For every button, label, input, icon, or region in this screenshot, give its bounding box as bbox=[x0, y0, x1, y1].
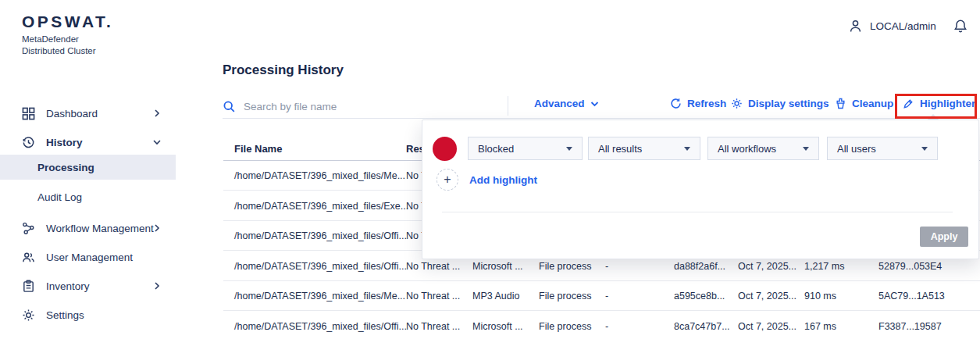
cell-file-name: /home/DATASET/396_mixed_files/Offi... bbox=[234, 261, 407, 272]
caret-down-icon bbox=[803, 147, 809, 151]
table-row[interactable]: /home/DATASET/396_mixed_files/Me... No T… bbox=[0, 281, 980, 311]
refresh-icon bbox=[670, 98, 682, 109]
cell-duration: 1,217 ms bbox=[804, 261, 844, 272]
highlighter-label: Highlighter bbox=[920, 98, 975, 109]
user-icon bbox=[848, 19, 863, 34]
search-icon bbox=[223, 100, 236, 113]
add-highlight-label: Add highlight bbox=[469, 174, 537, 186]
cell-hash: a595ce8b... bbox=[674, 291, 725, 302]
cell-date: Oct 7, 2025... bbox=[738, 321, 796, 332]
display-settings-label: Display settings bbox=[748, 98, 829, 109]
selected-value: All workflows bbox=[718, 143, 776, 155]
refresh-label: Refresh bbox=[687, 98, 726, 109]
cell-file-type: MP3 Audio bbox=[472, 291, 519, 302]
sidebar-label: Dashboard bbox=[46, 108, 98, 120]
product-name: MetaDefender bbox=[22, 34, 113, 45]
cell-result: No Threat ... bbox=[406, 321, 460, 332]
cell-file-name: /home/DATASET/396_mixed_files/Me... bbox=[234, 291, 405, 302]
cell-empty: - bbox=[605, 291, 608, 302]
selected-value: All users bbox=[837, 143, 876, 155]
advanced-label: Advanced bbox=[534, 98, 585, 109]
cell-file-name: /home/DATASET/396_mixed_files/Exe... bbox=[234, 201, 408, 212]
cell-workflow: File process bbox=[539, 291, 591, 302]
popup-divider bbox=[442, 212, 953, 212]
notifications-bell-icon[interactable] bbox=[953, 19, 968, 34]
cell-date: Oct 7, 2025... bbox=[738, 261, 796, 272]
app-root: OPSWAT. MetaDefender Distributed Cluster… bbox=[0, 0, 980, 339]
gear-icon bbox=[731, 98, 743, 109]
highlighter-popup: Blocked All results All workflows All us… bbox=[422, 120, 979, 259]
cell-data-id: 52879...053E4 bbox=[878, 261, 942, 272]
advanced-dropdown-toggle[interactable]: Advanced bbox=[534, 98, 599, 109]
selected-value: All results bbox=[598, 143, 642, 155]
chevron-down-icon bbox=[590, 101, 599, 107]
selected-value: Blocked bbox=[478, 143, 514, 155]
popup-arrow bbox=[927, 114, 939, 120]
cell-workflow: File process bbox=[539, 261, 591, 272]
cleanup-button[interactable]: Cleanup bbox=[835, 98, 893, 109]
cell-file-name: /home/DATASET/396_mixed_files/Offi... bbox=[234, 321, 407, 332]
cell-duration: 167 ms bbox=[804, 321, 836, 332]
username-label: LOCAL/admin bbox=[870, 20, 936, 32]
column-header-file-name[interactable]: File Name bbox=[234, 143, 282, 155]
cell-result: No Threat ... bbox=[406, 261, 460, 272]
search-container bbox=[223, 95, 496, 117]
refresh-button[interactable]: Refresh bbox=[670, 98, 726, 109]
highlighter-button[interactable]: Highlighter bbox=[903, 98, 975, 109]
cell-date: Oct 7, 2025... bbox=[738, 291, 796, 302]
product-subname: Distributed Cluster bbox=[22, 45, 113, 57]
chevron-right-icon bbox=[153, 109, 161, 117]
display-settings-button[interactable]: Display settings bbox=[731, 98, 829, 109]
cell-empty: - bbox=[605, 261, 608, 272]
caret-down-icon bbox=[566, 147, 572, 151]
cell-file-type: Microsoft ... bbox=[472, 321, 523, 332]
apply-button[interactable]: Apply bbox=[920, 227, 968, 247]
highlight-action-select[interactable]: Blocked bbox=[468, 137, 583, 160]
caret-down-icon bbox=[684, 147, 690, 151]
results-filter-select[interactable]: All results bbox=[588, 137, 700, 160]
workflows-filter-select[interactable]: All workflows bbox=[707, 137, 819, 160]
cell-file-name: /home/DATASET/396_mixed_files/Me... bbox=[234, 170, 405, 181]
table-row[interactable]: /home/DATASET/396_mixed_files/Offi... No… bbox=[0, 312, 980, 339]
page-title: Processing History bbox=[223, 62, 344, 78]
cell-hash: da88f2a6f... bbox=[674, 261, 725, 272]
logo-wordmark: OPSWAT. bbox=[22, 12, 113, 31]
caret-down-icon bbox=[921, 147, 928, 151]
cell-data-id: F3387...19587 bbox=[878, 321, 942, 332]
cleanup-label: Cleanup bbox=[852, 98, 893, 109]
highlight-color-swatch[interactable] bbox=[433, 137, 457, 161]
cell-result: No Threat ... bbox=[406, 291, 460, 302]
users-filter-select[interactable]: All users bbox=[827, 137, 938, 160]
cell-empty: - bbox=[605, 321, 608, 332]
sidebar-item-dashboard[interactable]: Dashboard bbox=[0, 101, 176, 126]
cleanup-broom-icon bbox=[835, 98, 846, 109]
cell-workflow: File process bbox=[539, 321, 591, 332]
cell-hash: 8ca7c47b7... bbox=[674, 321, 730, 332]
toolbar-divider bbox=[223, 118, 980, 119]
dashboard-icon bbox=[22, 106, 36, 120]
user-menu[interactable]: LOCAL/admin bbox=[848, 19, 936, 34]
add-highlight-button[interactable]: + Add highlight bbox=[437, 169, 537, 191]
cell-file-name: /home/DATASET/396_mixed_files/Offi... bbox=[234, 230, 407, 241]
cell-file-type: Microsoft ... bbox=[472, 261, 523, 272]
cell-duration: 910 ms bbox=[804, 291, 836, 302]
cell-data-id: 5AC79...1A513 bbox=[878, 291, 945, 302]
toolbar-separator bbox=[508, 96, 508, 116]
highlighter-pen-icon bbox=[903, 98, 914, 109]
plus-icon: + bbox=[437, 169, 458, 191]
opswat-logo: OPSWAT. MetaDefender Distributed Cluster bbox=[22, 12, 113, 57]
search-input[interactable] bbox=[244, 101, 496, 112]
